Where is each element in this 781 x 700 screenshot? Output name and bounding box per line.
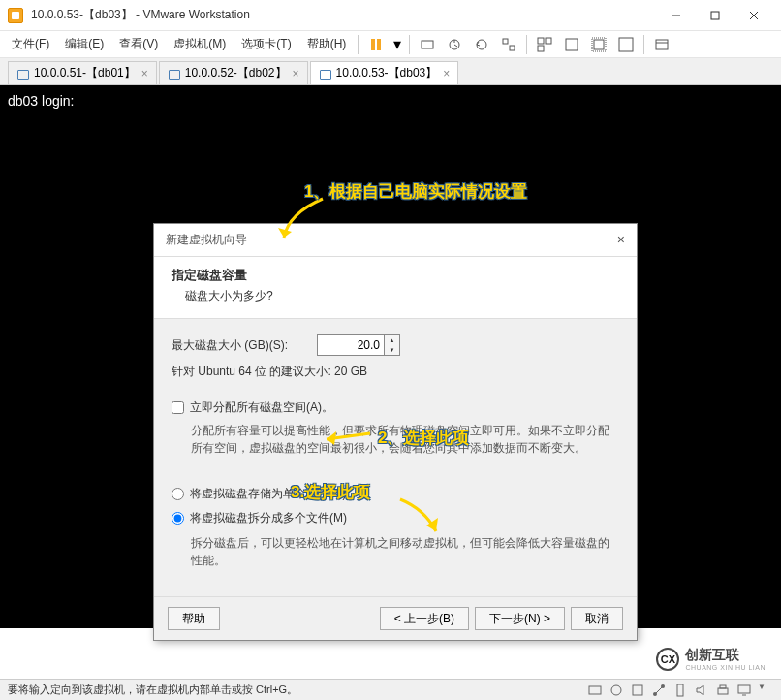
tab-close-icon[interactable]: × bbox=[141, 67, 148, 80]
menu-vm[interactable]: 虚拟机(M) bbox=[166, 32, 234, 56]
terminal-line: db03 login: bbox=[8, 93, 773, 109]
toolbar-dropdown-icon[interactable]: ▾ bbox=[391, 33, 403, 56]
device-cd-icon[interactable] bbox=[609, 683, 624, 698]
device-usb-icon[interactable] bbox=[672, 683, 688, 698]
tab-label: 10.0.0.52-【db02】 bbox=[185, 65, 287, 81]
svg-rect-4 bbox=[422, 41, 433, 48]
menubar: 文件(F) 编辑(E) 查看(V) 虚拟机(M) 选项卡(T) 帮助(H) ▾ bbox=[0, 31, 781, 58]
watermark-text: 创新互联 bbox=[685, 647, 765, 664]
menu-help[interactable]: 帮助(H) bbox=[299, 32, 355, 56]
dropdown-icon[interactable]: ▼ bbox=[758, 683, 773, 698]
menu-edit[interactable]: 编辑(E) bbox=[57, 32, 111, 56]
vm-icon bbox=[16, 68, 30, 80]
single-file-label: 将虚拟磁盘存储为单个文件(O) bbox=[190, 486, 346, 502]
svg-rect-27 bbox=[738, 685, 750, 693]
svg-rect-7 bbox=[503, 39, 508, 44]
device-sound-icon[interactable] bbox=[694, 683, 709, 698]
svg-rect-24 bbox=[677, 684, 683, 696]
cancel-button[interactable]: 取消 bbox=[571, 607, 623, 630]
svg-rect-18 bbox=[589, 686, 601, 694]
svg-line-23 bbox=[656, 687, 662, 693]
close-button[interactable] bbox=[734, 1, 773, 30]
menu-view[interactable]: 查看(V) bbox=[111, 32, 166, 56]
tab-close-icon[interactable]: × bbox=[293, 67, 299, 80]
window-title: 10.0.0.53-【db03】 - VMware Workstation bbox=[31, 7, 657, 23]
watermark-sub: CHUANG XIN HU LIAN bbox=[685, 664, 765, 671]
recommended-text: 针对 Ubuntu 64 位 的建议大小: 20 GB bbox=[172, 364, 619, 380]
dialog-header-sub: 磁盘大小为多少? bbox=[185, 288, 619, 304]
multi-file-radio[interactable] bbox=[172, 512, 184, 525]
pause-button[interactable] bbox=[364, 33, 388, 56]
single-file-radio[interactable] bbox=[172, 488, 184, 500]
allocate-now-checkbox[interactable] bbox=[172, 401, 184, 414]
menu-tabs[interactable]: 选项卡(T) bbox=[234, 32, 298, 56]
allocate-now-label: 立即分配所有磁盘空间(A)。 bbox=[190, 399, 333, 416]
app-icon bbox=[8, 8, 23, 23]
svg-rect-11 bbox=[538, 46, 544, 51]
device-display-icon[interactable] bbox=[736, 683, 752, 698]
tab-label: 10.0.0.51-【db01】 bbox=[34, 65, 136, 81]
stretch-icon[interactable] bbox=[587, 33, 610, 56]
max-size-label: 最大磁盘大小 (GB)(S): bbox=[172, 337, 317, 354]
svg-point-19 bbox=[611, 685, 621, 695]
multi-file-label: 将虚拟磁盘拆分成多个文件(M) bbox=[190, 510, 347, 526]
watermark: CX 创新互联 CHUANG XIN HU LIAN bbox=[648, 643, 773, 675]
allocate-help-text: 分配所有容量可以提高性能，但要求所有物理磁盘空间立即可用。如果不立即分配所有空间… bbox=[191, 422, 619, 457]
thumbnails-icon[interactable] bbox=[533, 33, 556, 56]
new-vm-wizard-dialog: 新建虚拟机向导 × 指定磁盘容量 磁盘大小为多少? 最大磁盘大小 (GB)(S)… bbox=[153, 223, 638, 641]
svg-rect-9 bbox=[538, 38, 544, 44]
terminal[interactable]: db03 login: 新建虚拟机向导 × 指定磁盘容量 磁盘大小为多少? 最大… bbox=[0, 85, 781, 628]
svg-rect-8 bbox=[510, 46, 515, 50]
titlebar: 10.0.0.53-【db03】 - VMware Workstation bbox=[0, 0, 781, 31]
vm-icon bbox=[168, 68, 181, 80]
device-printer-icon[interactable] bbox=[715, 683, 731, 698]
device-net-icon[interactable] bbox=[651, 683, 667, 698]
snapshot-icon[interactable] bbox=[443, 33, 466, 56]
max-size-input[interactable] bbox=[317, 334, 385, 356]
svg-rect-16 bbox=[656, 40, 668, 49]
watermark-logo-icon: CX bbox=[656, 648, 679, 671]
dialog-title: 新建虚拟机向导 bbox=[166, 232, 247, 248]
revert-icon[interactable] bbox=[470, 33, 493, 56]
tab-label: 10.0.0.53-【db03】 bbox=[336, 65, 438, 81]
manage-snapshot-icon[interactable] bbox=[497, 33, 520, 56]
vm-tab[interactable]: 10.0.0.53-【db03】 × bbox=[310, 61, 459, 84]
svg-rect-1 bbox=[711, 12, 719, 19]
back-button[interactable]: < 上一步(B) bbox=[380, 607, 469, 630]
svg-rect-15 bbox=[619, 38, 633, 51]
vm-tab[interactable]: 10.0.0.52-【db02】 × bbox=[159, 61, 308, 84]
maximize-button[interactable] bbox=[696, 1, 734, 30]
send-keys-icon[interactable] bbox=[416, 33, 439, 56]
dialog-header-title: 指定磁盘容量 bbox=[172, 267, 619, 284]
svg-rect-25 bbox=[718, 688, 728, 694]
svg-rect-13 bbox=[594, 40, 604, 49]
status-icons: ▼ bbox=[587, 683, 773, 698]
device-disk-icon[interactable] bbox=[587, 683, 603, 698]
svg-rect-12 bbox=[566, 39, 578, 50]
vm-icon bbox=[319, 68, 332, 80]
menu-file[interactable]: 文件(F) bbox=[4, 32, 57, 56]
svg-rect-20 bbox=[633, 685, 642, 695]
vm-tab[interactable]: 10.0.0.51-【db01】 × bbox=[8, 61, 157, 84]
statusbar: 要将输入定向到该虚拟机，请在虚拟机内部单击或按 Ctrl+G。 ▼ bbox=[0, 679, 781, 700]
svg-rect-26 bbox=[720, 685, 726, 688]
help-button[interactable]: 帮助 bbox=[168, 607, 220, 630]
status-text: 要将输入定向到该虚拟机，请在虚拟机内部单击或按 Ctrl+G。 bbox=[8, 683, 297, 697]
next-button[interactable]: 下一步(N) > bbox=[475, 607, 565, 630]
dialog-close-icon[interactable]: × bbox=[617, 232, 625, 248]
unity-icon[interactable] bbox=[560, 33, 583, 56]
fullscreen-icon[interactable] bbox=[614, 33, 638, 56]
tab-close-icon[interactable]: × bbox=[443, 67, 450, 80]
device-floppy-icon[interactable] bbox=[630, 683, 645, 698]
minimize-button[interactable] bbox=[657, 1, 696, 30]
library-icon[interactable] bbox=[650, 33, 673, 56]
svg-rect-10 bbox=[546, 38, 551, 44]
size-spinner[interactable]: ▲▼ bbox=[385, 334, 400, 356]
multi-file-help: 拆分磁盘后，可以更轻松地在计算机之间移动虚拟机，但可能会降低大容量磁盘的性能。 bbox=[191, 534, 619, 569]
tabbar: 10.0.0.51-【db01】 × 10.0.0.52-【db02】 × 10… bbox=[0, 58, 781, 85]
